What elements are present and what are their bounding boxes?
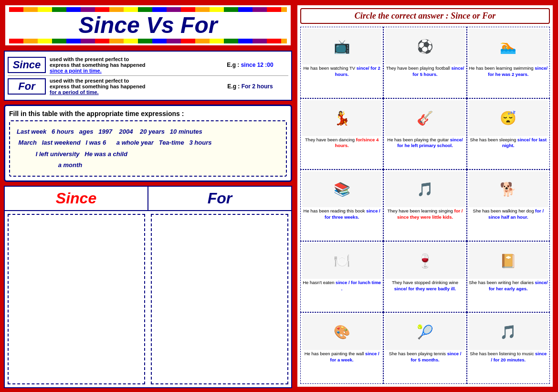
grid-cell-6: 😴 She has been sleeping since/ for last … — [467, 98, 550, 170]
cell-image-12: 📔 — [469, 243, 548, 279]
cell-text-6: She has been sleeping since/ for last ni… — [469, 137, 548, 149]
grid-cell-7: 📚 He has been reading this book since / … — [300, 170, 383, 241]
cell-text-3: He has been learning swimming since/ for… — [469, 65, 548, 78]
cell-text-2: They have been playing football since/ f… — [385, 65, 464, 78]
for-example-value: For 2 hours — [242, 83, 273, 90]
grid-cell-5: 🎸 He has been playing the guitar since/ … — [383, 98, 466, 170]
grid-cell-4: 💃 They have been dancing for/since 4 hou… — [300, 98, 383, 170]
since-definition-row: Since used with the present perfect toex… — [8, 54, 288, 76]
cell-text-14: She has been playing tennis since / for … — [385, 351, 464, 363]
cell-image-9: 🐕 — [469, 171, 548, 207]
since-word: Since — [8, 57, 46, 73]
grid-cell-2: ⚽ They have been playing football since/… — [383, 27, 466, 98]
cell-text-9: She has been walking her dog for / since… — [469, 208, 548, 221]
fill-title: Fill in this table with the appropriate … — [9, 110, 287, 117]
right-panel: Circle the correct answer : Since or For… — [296, 4, 554, 388]
cell-image-2: ⚽ — [385, 29, 464, 64]
definitions-box: Since used with the present perfect toex… — [4, 51, 292, 101]
cell-image-4: 💃 — [302, 100, 381, 136]
cell-text-13: He has been painting the wall since / fo… — [302, 351, 381, 363]
sf-body-row — [5, 211, 291, 387]
cell-text-11: They have stopped drinking wine since/ f… — [385, 280, 464, 292]
cell-text-1: He has been watching TV since/ for 2 hou… — [302, 65, 381, 78]
left-panel: Since Vs For Since used with the present… — [0, 0, 296, 392]
title-box: Since Vs For — [4, 4, 292, 47]
grid-cell-15: 🎵 She has been listening to music since … — [467, 312, 550, 384]
since-body-cell — [8, 214, 145, 384]
grid-cell-14: 🎾 She has been playing tennis since / fo… — [383, 312, 466, 384]
fill-box: Fill in this table with the appropriate … — [4, 105, 292, 182]
cell-image-13: 🎨 — [302, 314, 381, 350]
exercise-grid: 📺 He has been watching TV since/ for 2 h… — [300, 27, 550, 384]
cell-text-15: She has been listening to music since / … — [469, 351, 548, 363]
cell-image-10: 🍽️ — [302, 243, 381, 279]
for-underline: for a period of time. — [50, 89, 99, 95]
since-for-table: Since For — [4, 186, 292, 388]
cell-image-3: 🏊 — [469, 29, 548, 64]
title-stripes-top — [9, 7, 287, 12]
cell-image-7: 📚 — [302, 171, 381, 207]
cell-image-5: 🎸 — [385, 100, 464, 136]
since-example-value: since 12 :00 — [241, 62, 274, 68]
cell-text-4: They have been dancing for/since 4 hours… — [302, 137, 381, 149]
fill-words-area: Last week 6 hours ages 1997 2004 20 year… — [9, 120, 287, 177]
grid-cell-12: 📔 She has been writing her diaries since… — [467, 241, 550, 313]
title-stripes-bottom — [9, 39, 287, 43]
cell-image-8: 🎵 — [385, 171, 464, 207]
cell-image-6: 😴 — [469, 100, 548, 136]
cell-image-15: 🎵 — [469, 314, 548, 350]
for-header-cell: For — [148, 187, 291, 210]
grid-cell-11: 🍷 They have stopped drinking wine since/… — [383, 241, 466, 313]
cell-image-14: 🎾 — [385, 314, 464, 350]
main-title: Since Vs For — [9, 14, 287, 37]
cell-text-5: He has been playing the guitar since/ fo… — [385, 137, 464, 149]
for-definition-row: For used with the present perfect toexpr… — [8, 76, 288, 97]
grid-cell-1: 📺 He has been watching TV since/ for 2 h… — [300, 27, 383, 98]
since-def-text: used with the present perfect toexpress … — [50, 56, 212, 74]
right-title: Circle the correct answer : Since or For — [300, 8, 550, 24]
grid-cell-3: 🏊 He has been learning swimming since/ f… — [467, 27, 550, 98]
cell-image-11: 🍷 — [385, 243, 464, 279]
for-def-text: used with the present perfect toexpress … — [50, 78, 212, 95]
grid-cell-9: 🐕 She has been walking her dog for / sin… — [467, 170, 550, 241]
since-example: E.g : since 12 :00 — [212, 62, 288, 68]
cell-text-12: She has been writing her diaries since/ … — [469, 280, 548, 292]
for-example: E.g : For 2 hours — [212, 83, 288, 90]
cell-text-7: He has been reading this book since / fo… — [302, 208, 381, 221]
cell-image-1: 📺 — [302, 29, 381, 64]
cell-text-10: He hasn't eaten since / for lunch time . — [302, 280, 381, 292]
for-word: For — [8, 78, 46, 95]
since-header-cell: Since — [5, 187, 148, 210]
cell-text-8: They have been learning singing for / si… — [385, 208, 464, 221]
grid-cell-10: 🍽️ He hasn't eaten since / for lunch tim… — [300, 241, 383, 313]
for-body-cell — [151, 214, 288, 384]
grid-cell-13: 🎨 He has been painting the wall since / … — [300, 312, 383, 384]
sf-header-row: Since For — [5, 187, 291, 211]
since-underline: since a point in time. — [50, 68, 102, 74]
grid-cell-8: 🎵 They have been learning singing for / … — [383, 170, 466, 241]
